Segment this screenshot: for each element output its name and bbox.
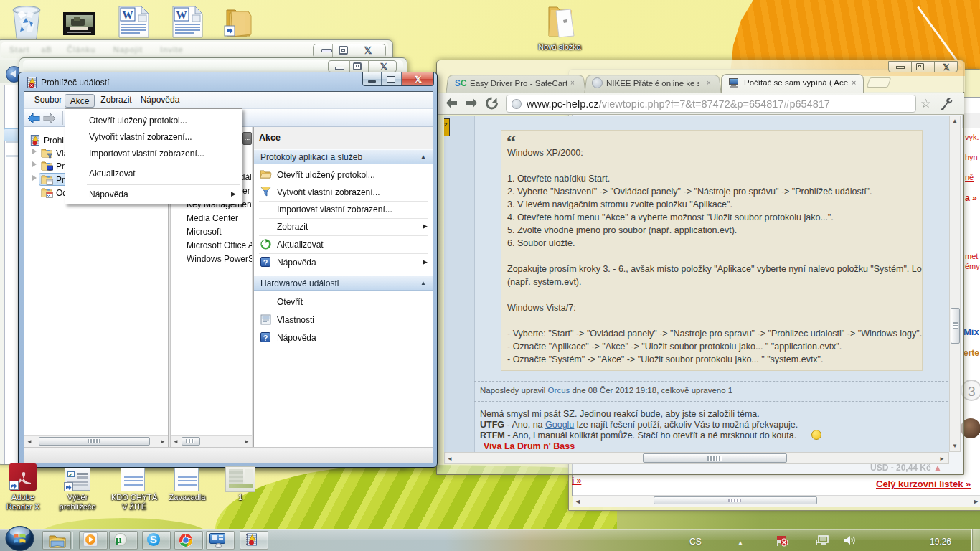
svg-text:W: W [123,9,133,21]
svg-text:W: W [176,9,187,21]
